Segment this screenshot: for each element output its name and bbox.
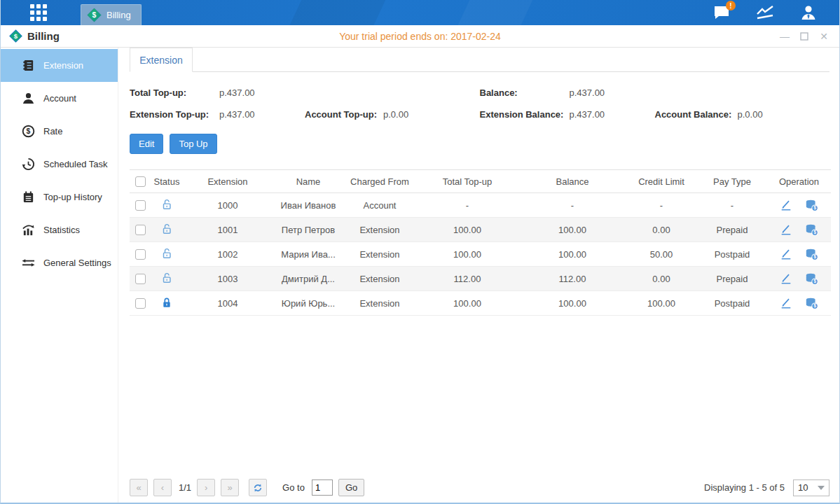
sidebar-item-account[interactable]: Account (1, 82, 118, 115)
row-checkbox[interactable] (135, 225, 146, 235)
cell-name: Юрий Юрь... (273, 291, 344, 316)
row-checkbox[interactable] (135, 274, 146, 284)
grid-dots-icon (29, 4, 48, 22)
window-header: Your trial period ends on: 2017-02-24 $ … (1, 25, 839, 48)
sidebar-item-label: Scheduled Task (43, 159, 108, 169)
sidebar-item-rate[interactable]: $ Rate (1, 115, 118, 148)
cell-charged-from: Extension (344, 218, 415, 242)
status-lock-icon (160, 202, 173, 213)
svg-text:$: $ (27, 127, 31, 135)
edit-row-icon[interactable] (780, 223, 792, 236)
prev-page-button[interactable]: ‹ (153, 479, 172, 496)
col-header-extension: Extension (183, 170, 273, 193)
cell-extension: 1003 (183, 267, 273, 291)
sidebar-item-label: Account (43, 93, 76, 104)
col-header-credit-limit: Credit Limit (626, 170, 697, 193)
table-row[interactable]: 1001 Петр Петров Extension 100.00 100.00… (130, 218, 831, 242)
pagination-bar: « ‹ 1/1 › » Go to Go Displaying (130, 475, 829, 503)
page-size-select[interactable]: 10 (793, 479, 829, 496)
edit-row-icon[interactable] (780, 199, 792, 211)
cell-pay-type: Prepaid (697, 218, 767, 242)
sidebar-item-label: Rate (43, 126, 62, 136)
account-topup-label: Account Top-up: (305, 109, 383, 120)
sidebar-item-label: Extension (43, 60, 83, 71)
table-row[interactable]: 1004 Юрий Юрь... Extension 100.00 100.00… (130, 291, 831, 316)
col-header-name: Name (273, 170, 344, 193)
billing-dollar-diamond-icon: $ (87, 8, 102, 22)
minimize-icon[interactable]: — (779, 31, 790, 42)
cell-charged-from: Extension (344, 291, 415, 316)
row-checkbox[interactable] (135, 200, 146, 211)
billing-dollar-diamond-icon: $ (9, 29, 22, 43)
cell-balance: 100.00 (519, 242, 626, 267)
close-icon[interactable]: ✕ (818, 31, 829, 42)
svg-text:$: $ (14, 32, 18, 40)
edit-row-icon[interactable] (780, 272, 792, 285)
status-lock-icon (160, 227, 173, 237)
svg-text:$: $ (813, 205, 816, 211)
cell-extension: 1004 (183, 291, 273, 316)
taskbar-tab-billing[interactable]: $ Billing (81, 4, 142, 25)
topup-row-icon[interactable]: $ (805, 223, 819, 237)
svg-text:$: $ (813, 279, 816, 284)
account-balance-value: p.0.00 (738, 109, 763, 120)
refresh-button[interactable] (249, 479, 267, 496)
user-account-button[interactable] (799, 4, 818, 22)
topup-button[interactable]: Top Up (170, 134, 216, 154)
tab-extension[interactable]: Extension (130, 48, 193, 72)
cell-credit-limit: 100.00 (626, 291, 697, 316)
dropdown-arrow-icon (818, 486, 825, 490)
sidebar-item-statistics[interactable]: Statistics (1, 214, 118, 246)
person-icon (22, 92, 35, 105)
toolbar: Edit Top Up (130, 134, 829, 154)
sidebar-item-extension[interactable]: Extension (1, 49, 118, 82)
select-all-checkbox[interactable] (135, 176, 146, 187)
go-button[interactable]: Go (338, 479, 364, 496)
col-header-total-topup: Total Top-up (415, 170, 519, 193)
cell-total-topup: 100.00 (415, 291, 519, 316)
cell-name: Дмитрий Д... (273, 267, 344, 291)
table-row[interactable]: 1000 Иван Иванов Account - - - - $ (130, 193, 831, 218)
cell-pay-type: Prepaid (697, 267, 767, 291)
col-header-charged-from: Charged From (344, 170, 415, 193)
cell-extension: 1000 (183, 193, 273, 218)
messages-button[interactable]: ! (712, 4, 731, 22)
next-page-button[interactable]: › (197, 479, 215, 496)
maximize-icon[interactable] (799, 31, 810, 42)
row-checkbox[interactable] (135, 249, 146, 260)
window-controls: — ✕ (779, 31, 829, 42)
app-grid-icon[interactable] (26, 3, 51, 22)
account-balance-label: Account Balance: (655, 109, 738, 120)
topup-row-icon[interactable]: $ (805, 272, 819, 286)
row-checkbox[interactable] (135, 298, 146, 309)
edit-row-icon[interactable] (780, 248, 792, 260)
first-page-button[interactable]: « (130, 479, 148, 496)
edit-button[interactable]: Edit (130, 134, 163, 154)
svg-text:$: $ (813, 254, 816, 260)
last-page-button[interactable]: » (221, 479, 239, 496)
topup-row-icon[interactable]: $ (805, 199, 819, 212)
goto-page-input[interactable] (312, 479, 333, 496)
total-topup-value: p.437.00 (219, 88, 255, 98)
reports-button[interactable] (755, 4, 775, 22)
sidebar-item-general-settings[interactable]: General Settings (1, 246, 118, 279)
extensions-table: Status Extension Name Charged From Total… (130, 169, 831, 316)
topup-row-icon[interactable]: $ (805, 248, 819, 261)
goto-label: Go to (282, 482, 305, 493)
col-header-pay-type: Pay Type (697, 170, 767, 193)
extension-topup-label: Extension Top-up: (130, 109, 219, 120)
status-lock-icon (160, 300, 173, 311)
sidebar-item-label: Statistics (43, 225, 80, 235)
sidebar-item-topup-history[interactable]: Top-up History (1, 181, 118, 214)
sidebar-item-label: General Settings (43, 258, 111, 268)
extension-balance-label: Extension Balance: (480, 109, 570, 120)
cell-pay-type: - (697, 193, 767, 218)
table-row[interactable]: 1003 Дмитрий Д... Extension 112.00 112.0… (130, 267, 831, 291)
cell-balance: 100.00 (519, 291, 626, 316)
sidebar-item-scheduled-task[interactable]: Scheduled Task (1, 148, 118, 181)
table-row[interactable]: 1002 Мария Ива... Extension 100.00 100.0… (130, 242, 831, 267)
svg-text:$: $ (92, 10, 97, 19)
edit-row-icon[interactable] (780, 297, 792, 309)
cell-balance: 100.00 (519, 218, 626, 242)
topup-row-icon[interactable]: $ (805, 297, 819, 310)
